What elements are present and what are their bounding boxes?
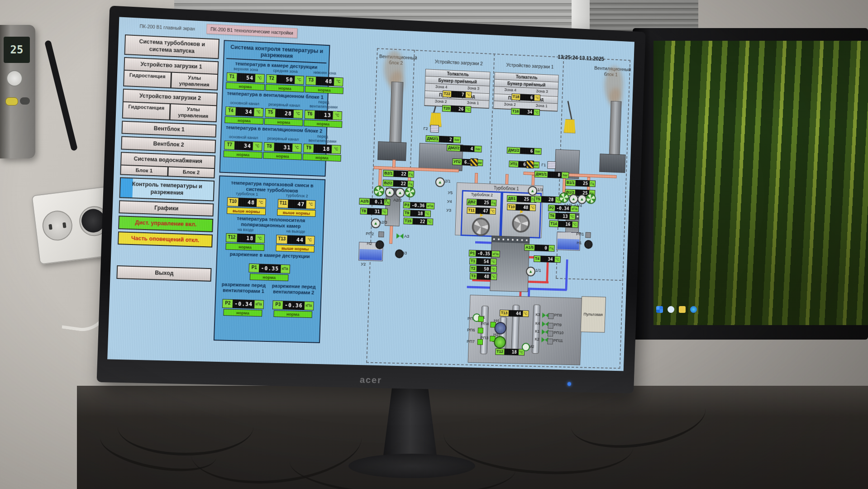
indicator-id: Т16	[511, 108, 520, 114]
indicator-id: ДМ1/1	[535, 171, 548, 177]
indicator-В2/2: В2/222Гц	[382, 180, 414, 187]
indicator-unit: °С	[426, 219, 433, 225]
indicator-Т5: Т528°С	[534, 196, 562, 203]
diagram-label-А2/4: А2/4	[379, 197, 387, 202]
indicator-Т1: Т154°С	[469, 258, 496, 265]
diagram-label-РП9: РП9	[554, 322, 562, 327]
diagram-label-РП8: РП8	[554, 312, 562, 317]
relay-box-icon	[548, 313, 554, 319]
turbine-icon	[512, 214, 530, 233]
indicator-ДМ2/2: ДМ2/24bar	[447, 144, 482, 153]
indicator-id: Т11	[467, 207, 476, 213]
diagram-label-Г2: Г2	[423, 126, 428, 131]
indicator-unit: bar	[534, 149, 541, 154]
indicator-id: УП1	[509, 161, 519, 167]
indicator-id: Р3	[404, 202, 411, 208]
indicator-Т6: Т613°С	[548, 212, 575, 220]
indicator-value: 25	[517, 196, 530, 202]
indicator-value: 25	[576, 180, 589, 187]
indicator-unit: Гц	[490, 200, 496, 206]
indicator-Т4: Т434°С	[534, 255, 561, 263]
indicator-УП1: УП16.3мм	[509, 161, 539, 168]
ventblock1-base	[599, 153, 625, 173]
thermostat-dark-button	[20, 97, 30, 105]
indicator-Т2: Т250°С	[469, 265, 496, 273]
indicator-id: Т13	[500, 310, 509, 316]
thermostat-display: 25	[4, 37, 30, 63]
diagram-label-К2: К2	[534, 336, 539, 341]
indicator-id: Р1	[469, 250, 477, 256]
browser-icon[interactable]	[690, 306, 697, 313]
indicator-value: 0	[535, 245, 548, 251]
windows-icon[interactable]	[656, 306, 663, 313]
turbo-unit-1: Турбоблок 2ДВ225ГцТ1147°С➤	[461, 190, 502, 237]
diagram-label-РП6: РП6	[467, 327, 475, 332]
indicator-value: 22	[393, 181, 407, 187]
indicator-Т9: Т918°С	[403, 210, 431, 217]
indicator-value: 6	[520, 94, 534, 101]
indicator-unit: Гц	[407, 181, 414, 187]
diagram-label-У3: У3	[446, 207, 451, 212]
indicator-id: Т14	[549, 221, 558, 227]
pipe	[378, 169, 382, 186]
taskbar	[656, 306, 697, 313]
indicator-ДМ1/1: ДМ1/18bar	[534, 171, 569, 178]
pipe	[392, 160, 396, 168]
indicator-value: 4	[461, 145, 475, 152]
indicator-Т3: Т348°С	[470, 273, 497, 280]
indicator-unit: °С	[465, 92, 472, 98]
indicator-value: 7	[452, 91, 466, 98]
indicator-unit: °С	[424, 211, 430, 217]
turbine-icon	[472, 217, 490, 236]
indicator-unit: °С	[522, 311, 528, 316]
indicator-В1/1: В1/125Гц	[565, 179, 596, 187]
indicator-id: ДМ1/2	[507, 147, 521, 153]
indicator-value: 8	[548, 172, 562, 178]
indicator-value: 2	[439, 136, 453, 143]
indicator-unit: Гц	[589, 181, 595, 187]
indicator-id: Т3	[470, 273, 477, 279]
indicator-Р3: Р3-0.36кПа	[403, 201, 435, 209]
actuator-hazard-icon	[526, 160, 534, 168]
indicator-id: Т9	[404, 210, 410, 216]
process-diagram: Вентиляционный блок 2 Устройство загрузк…	[107, 17, 634, 370]
indicator-id: В2/2	[383, 180, 393, 187]
thermostat-yellow-button	[5, 97, 18, 105]
indicator-unit: °С	[529, 205, 535, 211]
indicator-id: Т8	[360, 208, 367, 214]
search-icon[interactable]	[668, 306, 674, 313]
indicator-value: 25	[477, 199, 491, 206]
diagram-label-РП2: РП2	[366, 231, 374, 236]
indicator-ДВ2: ДВ225Гц	[467, 199, 497, 206]
monitor-stand-base	[348, 454, 475, 478]
scada-ui: ПК-200 В1 главный экран ПК-200 В1 технол…	[107, 17, 634, 370]
folder-icon[interactable]	[679, 306, 686, 313]
indicator-id: Р2	[548, 205, 555, 211]
indicator-id: Т22	[443, 91, 452, 97]
ventblock2-base	[377, 141, 406, 161]
chimney-ventblock2	[389, 82, 403, 145]
indicator-unit: °С	[554, 256, 560, 262]
indicator-unit: кПа	[491, 251, 500, 257]
indicator-УП2: УП26.36мм	[452, 158, 483, 166]
indicator-unit: кПа	[426, 203, 434, 209]
diagram-label-К1: К1	[535, 329, 539, 334]
indicator-id: А2/5	[359, 198, 370, 205]
loader1-bucket	[563, 119, 576, 134]
indicator-id: Т18	[512, 94, 521, 100]
indicator-Т22: Т227°С	[443, 91, 472, 98]
indicator-unit: °С	[569, 214, 575, 220]
indicator-Т13: Т1344°С	[500, 310, 529, 317]
indicator-id: Т4	[534, 256, 541, 262]
indicator-unit: °С	[534, 95, 540, 101]
indicator-value: 22	[413, 218, 427, 225]
relay-box-icon	[548, 323, 553, 329]
diagram-label-РП11: РП11	[553, 338, 563, 343]
indicator-value: -0.36	[410, 202, 426, 209]
indicator-value: 16	[558, 221, 572, 227]
indicator-id: Т6	[549, 213, 556, 219]
grate-box-icon	[547, 161, 556, 169]
indicator-А1/5: А1/50Гц	[524, 244, 555, 252]
indicator-unit: °С	[534, 109, 539, 115]
diagram-label-К4: К4	[535, 321, 540, 326]
